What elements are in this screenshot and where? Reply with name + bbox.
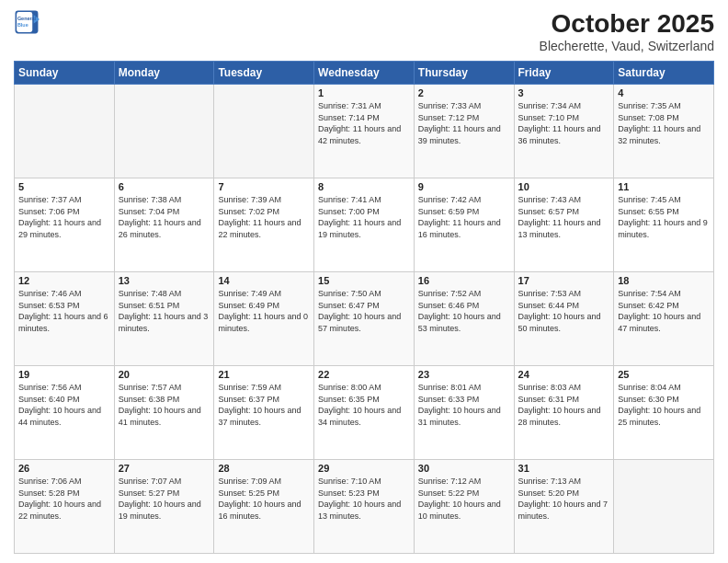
calendar-cell-3-6: 25Sunrise: 8:04 AM Sunset: 6:30 PM Dayli…	[614, 366, 714, 460]
calendar-cell-3-0: 19Sunrise: 7:56 AM Sunset: 6:40 PM Dayli…	[15, 366, 115, 460]
calendar-cell-0-1	[114, 85, 214, 178]
col-wednesday: Wednesday	[314, 62, 415, 85]
day-info: Sunrise: 7:10 AM Sunset: 5:23 PM Dayligh…	[318, 476, 410, 522]
day-info: Sunrise: 7:39 AM Sunset: 7:02 PM Dayligh…	[218, 194, 310, 240]
col-thursday: Thursday	[414, 62, 514, 85]
calendar-header-row: Sunday Monday Tuesday Wednesday Thursday…	[15, 62, 714, 85]
day-info: Sunrise: 7:34 AM Sunset: 7:10 PM Dayligh…	[518, 100, 610, 146]
calendar-cell-2-5: 17Sunrise: 7:53 AM Sunset: 6:44 PM Dayli…	[514, 272, 614, 366]
day-number: 13	[119, 275, 210, 286]
calendar-cell-4-0: 26Sunrise: 7:06 AM Sunset: 5:28 PM Dayli…	[15, 460, 115, 554]
calendar-cell-1-0: 5Sunrise: 7:37 AM Sunset: 7:06 PM Daylig…	[15, 178, 115, 272]
calendar-cell-2-0: 12Sunrise: 7:46 AM Sunset: 6:53 PM Dayli…	[15, 272, 115, 366]
day-number: 20	[119, 369, 210, 380]
day-number: 9	[418, 181, 510, 192]
day-number: 31	[518, 463, 610, 474]
day-info: Sunrise: 7:31 AM Sunset: 7:14 PM Dayligh…	[318, 100, 410, 146]
week-row-0: 1Sunrise: 7:31 AM Sunset: 7:14 PM Daylig…	[15, 85, 714, 178]
calendar-cell-4-5: 31Sunrise: 7:13 AM Sunset: 5:20 PM Dayli…	[514, 460, 614, 554]
calendar-cell-0-2	[214, 85, 314, 178]
day-number: 2	[418, 87, 510, 98]
day-info: Sunrise: 7:52 AM Sunset: 6:46 PM Dayligh…	[418, 288, 510, 334]
col-friday: Friday	[514, 62, 614, 85]
day-info: Sunrise: 7:38 AM Sunset: 7:04 PM Dayligh…	[119, 194, 210, 240]
day-info: Sunrise: 7:54 AM Sunset: 6:42 PM Dayligh…	[618, 288, 710, 334]
calendar-cell-2-2: 14Sunrise: 7:49 AM Sunset: 6:49 PM Dayli…	[214, 272, 314, 366]
calendar-cell-2-3: 15Sunrise: 7:50 AM Sunset: 6:47 PM Dayli…	[314, 272, 415, 366]
day-number: 28	[218, 463, 310, 474]
day-info: Sunrise: 8:04 AM Sunset: 6:30 PM Dayligh…	[618, 382, 710, 428]
calendar-cell-1-2: 7Sunrise: 7:39 AM Sunset: 7:02 PM Daylig…	[214, 178, 314, 272]
day-info: Sunrise: 7:13 AM Sunset: 5:20 PM Dayligh…	[518, 476, 610, 522]
day-info: Sunrise: 7:42 AM Sunset: 6:59 PM Dayligh…	[418, 194, 510, 240]
calendar-cell-2-1: 13Sunrise: 7:48 AM Sunset: 6:51 PM Dayli…	[114, 272, 214, 366]
calendar-title: October 2025	[540, 9, 714, 39]
calendar-cell-0-0	[15, 85, 115, 178]
calendar-cell-4-4: 30Sunrise: 7:12 AM Sunset: 5:22 PM Dayli…	[414, 460, 514, 554]
day-info: Sunrise: 7:45 AM Sunset: 6:55 PM Dayligh…	[618, 194, 710, 240]
calendar-cell-4-2: 28Sunrise: 7:09 AM Sunset: 5:25 PM Dayli…	[214, 460, 314, 554]
day-info: Sunrise: 7:49 AM Sunset: 6:49 PM Dayligh…	[218, 288, 310, 334]
calendar-subtitle: Blecherette, Vaud, Switzerland	[540, 39, 714, 53]
calendar-cell-3-1: 20Sunrise: 7:57 AM Sunset: 6:38 PM Dayli…	[114, 366, 214, 460]
day-number: 16	[418, 275, 510, 286]
day-info: Sunrise: 8:03 AM Sunset: 6:31 PM Dayligh…	[518, 382, 610, 428]
day-number: 11	[618, 181, 710, 192]
day-info: Sunrise: 7:48 AM Sunset: 6:51 PM Dayligh…	[119, 288, 210, 334]
week-row-4: 26Sunrise: 7:06 AM Sunset: 5:28 PM Dayli…	[15, 460, 714, 554]
day-info: Sunrise: 8:01 AM Sunset: 6:33 PM Dayligh…	[418, 382, 510, 428]
week-row-3: 19Sunrise: 7:56 AM Sunset: 6:40 PM Dayli…	[15, 366, 714, 460]
calendar-cell-1-3: 8Sunrise: 7:41 AM Sunset: 7:00 PM Daylig…	[314, 178, 415, 272]
calendar-cell-0-6: 4Sunrise: 7:35 AM Sunset: 7:08 PM Daylig…	[614, 85, 714, 178]
day-number: 1	[318, 87, 410, 98]
calendar-cell-1-5: 10Sunrise: 7:43 AM Sunset: 6:57 PM Dayli…	[514, 178, 614, 272]
day-info: Sunrise: 7:07 AM Sunset: 5:27 PM Dayligh…	[119, 476, 210, 522]
calendar-cell-4-6	[614, 460, 714, 554]
day-number: 5	[18, 181, 110, 192]
svg-text:Blue: Blue	[17, 22, 28, 28]
day-info: Sunrise: 7:06 AM Sunset: 5:28 PM Dayligh…	[18, 476, 110, 522]
day-info: Sunrise: 7:53 AM Sunset: 6:44 PM Dayligh…	[518, 288, 610, 334]
header: General Blue October 2025 Blecherette, V…	[14, 9, 714, 53]
day-info: Sunrise: 7:12 AM Sunset: 5:22 PM Dayligh…	[418, 476, 510, 522]
svg-text:General: General	[17, 16, 37, 21]
calendar-cell-3-3: 22Sunrise: 8:00 AM Sunset: 6:35 PM Dayli…	[314, 366, 415, 460]
col-saturday: Saturday	[614, 62, 714, 85]
col-sunday: Sunday	[15, 62, 115, 85]
col-tuesday: Tuesday	[214, 62, 314, 85]
day-info: Sunrise: 7:50 AM Sunset: 6:47 PM Dayligh…	[318, 288, 410, 334]
calendar-cell-0-4: 2Sunrise: 7:33 AM Sunset: 7:12 PM Daylig…	[414, 85, 514, 178]
day-info: Sunrise: 7:41 AM Sunset: 7:00 PM Dayligh…	[318, 194, 410, 240]
logo: General Blue	[14, 9, 40, 35]
calendar-cell-3-5: 24Sunrise: 8:03 AM Sunset: 6:31 PM Dayli…	[514, 366, 614, 460]
day-number: 19	[18, 369, 110, 380]
day-number: 23	[418, 369, 510, 380]
day-number: 4	[618, 87, 710, 98]
day-number: 8	[318, 181, 410, 192]
day-number: 22	[318, 369, 410, 380]
day-number: 17	[518, 275, 610, 286]
calendar-cell-4-3: 29Sunrise: 7:10 AM Sunset: 5:23 PM Dayli…	[314, 460, 415, 554]
calendar-cell-1-4: 9Sunrise: 7:42 AM Sunset: 6:59 PM Daylig…	[414, 178, 514, 272]
day-number: 14	[218, 275, 310, 286]
title-block: October 2025 Blecherette, Vaud, Switzerl…	[540, 9, 714, 53]
day-number: 27	[119, 463, 210, 474]
day-number: 25	[618, 369, 710, 380]
day-info: Sunrise: 7:09 AM Sunset: 5:25 PM Dayligh…	[218, 476, 310, 522]
calendar-table: Sunday Monday Tuesday Wednesday Thursday…	[14, 61, 714, 554]
day-info: Sunrise: 7:46 AM Sunset: 6:53 PM Dayligh…	[18, 288, 110, 334]
day-number: 10	[518, 181, 610, 192]
week-row-1: 5Sunrise: 7:37 AM Sunset: 7:06 PM Daylig…	[15, 178, 714, 272]
day-info: Sunrise: 7:35 AM Sunset: 7:08 PM Dayligh…	[618, 100, 710, 146]
logo-icon: General Blue	[14, 9, 40, 35]
day-info: Sunrise: 7:57 AM Sunset: 6:38 PM Dayligh…	[119, 382, 210, 428]
week-row-2: 12Sunrise: 7:46 AM Sunset: 6:53 PM Dayli…	[15, 272, 714, 366]
day-number: 30	[418, 463, 510, 474]
day-number: 3	[518, 87, 610, 98]
calendar-cell-0-3: 1Sunrise: 7:31 AM Sunset: 7:14 PM Daylig…	[314, 85, 415, 178]
day-number: 29	[318, 463, 410, 474]
page: General Blue October 2025 Blecherette, V…	[0, 0, 728, 563]
day-number: 15	[318, 275, 410, 286]
day-number: 24	[518, 369, 610, 380]
day-number: 7	[218, 181, 310, 192]
